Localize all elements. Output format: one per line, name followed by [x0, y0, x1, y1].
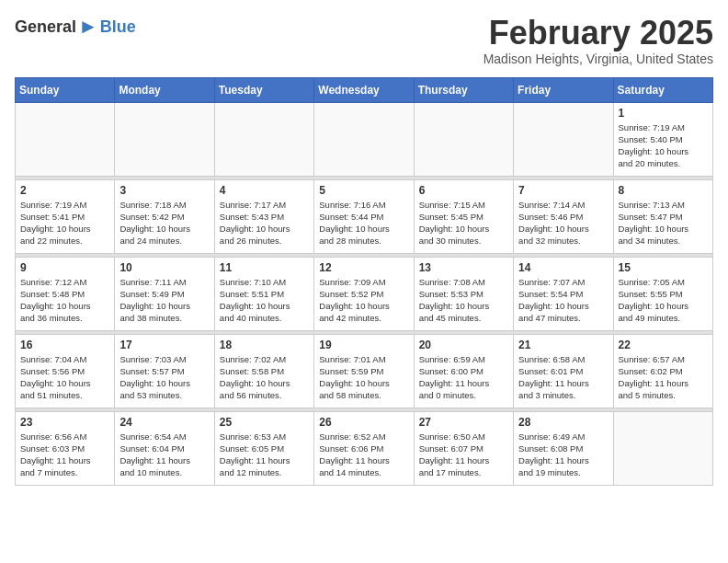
day-info: Sunrise: 7:08 AM Sunset: 5:53 PM Dayligh…	[419, 276, 508, 325]
calendar-cell: 15Sunrise: 7:05 AM Sunset: 5:55 PM Dayli…	[613, 257, 712, 330]
day-number: 3	[119, 184, 209, 197]
day-info: Sunrise: 7:10 AM Sunset: 5:51 PM Dayligh…	[220, 276, 309, 325]
month-year-title: February 2025	[483, 15, 713, 52]
day-info: Sunrise: 6:59 AM Sunset: 6:00 PM Dayligh…	[419, 353, 508, 402]
calendar-cell: 25Sunrise: 6:53 AM Sunset: 6:05 PM Dayli…	[214, 411, 313, 485]
calendar-cell: 3Sunrise: 7:18 AM Sunset: 5:42 PM Daylig…	[115, 179, 214, 253]
logo-general-text: General	[15, 17, 76, 37]
calendar-cell: 13Sunrise: 7:08 AM Sunset: 5:53 PM Dayli…	[414, 257, 513, 330]
day-info: Sunrise: 6:50 AM Sunset: 6:07 PM Dayligh…	[419, 431, 508, 479]
col-wednesday: Wednesday	[314, 77, 414, 102]
day-info: Sunrise: 7:15 AM Sunset: 5:45 PM Dayligh…	[419, 199, 508, 247]
logo: General ► Blue	[15, 15, 136, 39]
day-info: Sunrise: 7:18 AM Sunset: 5:42 PM Dayligh…	[119, 199, 209, 247]
calendar-cell: 11Sunrise: 7:10 AM Sunset: 5:51 PM Dayli…	[214, 257, 313, 330]
day-number: 2	[20, 184, 109, 197]
calendar-cell	[514, 102, 613, 176]
day-number: 21	[518, 339, 608, 351]
calendar-cell: 17Sunrise: 7:03 AM Sunset: 5:57 PM Dayli…	[115, 334, 214, 408]
day-number: 27	[419, 416, 508, 429]
day-info: Sunrise: 7:07 AM Sunset: 5:54 PM Dayligh…	[518, 276, 608, 325]
day-number: 20	[419, 339, 508, 351]
day-number: 19	[319, 339, 408, 351]
day-number: 24	[119, 416, 209, 429]
calendar-cell: 9Sunrise: 7:12 AM Sunset: 5:48 PM Daylig…	[16, 257, 115, 330]
calendar-cell: 26Sunrise: 6:52 AM Sunset: 6:06 PM Dayli…	[314, 411, 414, 485]
day-info: Sunrise: 7:14 AM Sunset: 5:46 PM Dayligh…	[518, 199, 608, 247]
page-header: General ► Blue February 2025 Madison Hei…	[15, 15, 713, 66]
col-thursday: Thursday	[414, 77, 513, 102]
day-number: 8	[619, 184, 708, 197]
day-number: 28	[518, 416, 608, 429]
day-number: 25	[220, 416, 309, 429]
day-number: 15	[619, 261, 708, 274]
calendar-cell	[613, 411, 712, 485]
calendar-cell: 27Sunrise: 6:50 AM Sunset: 6:07 PM Dayli…	[414, 411, 513, 485]
calendar-cell: 28Sunrise: 6:49 AM Sunset: 6:08 PM Dayli…	[514, 411, 613, 485]
calendar-cell	[414, 102, 513, 176]
calendar-week-row: 23Sunrise: 6:56 AM Sunset: 6:03 PM Dayli…	[16, 411, 713, 485]
day-number: 5	[319, 184, 408, 197]
col-saturday: Saturday	[613, 77, 712, 102]
day-info: Sunrise: 6:57 AM Sunset: 6:02 PM Dayligh…	[619, 353, 708, 402]
calendar-cell: 19Sunrise: 7:01 AM Sunset: 5:59 PM Dayli…	[314, 334, 414, 408]
day-number: 23	[20, 416, 109, 429]
day-number: 4	[220, 184, 309, 197]
day-info: Sunrise: 7:09 AM Sunset: 5:52 PM Dayligh…	[319, 276, 408, 325]
calendar-cell	[214, 102, 313, 176]
calendar-table: Sunday Monday Tuesday Wednesday Thursday…	[15, 77, 713, 486]
logo-blue-text: Blue	[100, 17, 136, 37]
day-number: 12	[319, 261, 408, 274]
day-info: Sunrise: 7:16 AM Sunset: 5:44 PM Dayligh…	[319, 199, 408, 247]
day-info: Sunrise: 6:49 AM Sunset: 6:08 PM Dayligh…	[518, 431, 608, 479]
col-friday: Friday	[514, 77, 613, 102]
logo-bird-icon: ►	[78, 15, 98, 39]
calendar-cell: 18Sunrise: 7:02 AM Sunset: 5:58 PM Dayli…	[214, 334, 313, 408]
calendar-week-row: 2Sunrise: 7:19 AM Sunset: 5:41 PM Daylig…	[16, 179, 713, 253]
day-info: Sunrise: 7:13 AM Sunset: 5:47 PM Dayligh…	[619, 199, 708, 247]
calendar-week-row: 1Sunrise: 7:19 AM Sunset: 5:40 PM Daylig…	[16, 102, 713, 176]
calendar-week-row: 16Sunrise: 7:04 AM Sunset: 5:56 PM Dayli…	[16, 334, 713, 408]
day-info: Sunrise: 7:12 AM Sunset: 5:48 PM Dayligh…	[20, 276, 109, 325]
day-number: 13	[419, 261, 508, 274]
day-info: Sunrise: 6:56 AM Sunset: 6:03 PM Dayligh…	[20, 431, 109, 479]
calendar-cell: 8Sunrise: 7:13 AM Sunset: 5:47 PM Daylig…	[613, 179, 712, 253]
day-info: Sunrise: 6:53 AM Sunset: 6:05 PM Dayligh…	[220, 431, 309, 479]
day-number: 16	[20, 339, 109, 351]
location-subtitle: Madison Heights, Virginia, United States	[483, 52, 713, 66]
day-number: 26	[319, 416, 408, 429]
day-number: 22	[619, 339, 708, 351]
calendar-cell	[115, 102, 214, 176]
calendar-cell: 23Sunrise: 6:56 AM Sunset: 6:03 PM Dayli…	[16, 411, 115, 485]
calendar-cell	[314, 102, 414, 176]
day-number: 18	[220, 339, 309, 351]
day-number: 9	[20, 261, 109, 274]
calendar-header-row: Sunday Monday Tuesday Wednesday Thursday…	[16, 77, 713, 102]
day-number: 7	[518, 184, 608, 197]
calendar-cell: 12Sunrise: 7:09 AM Sunset: 5:52 PM Dayli…	[314, 257, 414, 330]
calendar-cell	[16, 102, 115, 176]
day-info: Sunrise: 7:19 AM Sunset: 5:41 PM Dayligh…	[20, 199, 109, 247]
day-info: Sunrise: 7:01 AM Sunset: 5:59 PM Dayligh…	[319, 353, 408, 402]
calendar-cell: 6Sunrise: 7:15 AM Sunset: 5:45 PM Daylig…	[414, 179, 513, 253]
day-number: 14	[518, 261, 608, 274]
calendar-cell: 14Sunrise: 7:07 AM Sunset: 5:54 PM Dayli…	[514, 257, 613, 330]
calendar-cell: 2Sunrise: 7:19 AM Sunset: 5:41 PM Daylig…	[16, 179, 115, 253]
col-sunday: Sunday	[16, 77, 115, 102]
day-info: Sunrise: 7:04 AM Sunset: 5:56 PM Dayligh…	[20, 353, 109, 402]
calendar-cell: 7Sunrise: 7:14 AM Sunset: 5:46 PM Daylig…	[514, 179, 613, 253]
calendar-cell: 4Sunrise: 7:17 AM Sunset: 5:43 PM Daylig…	[214, 179, 313, 253]
day-info: Sunrise: 7:11 AM Sunset: 5:49 PM Dayligh…	[119, 276, 209, 325]
calendar-cell: 20Sunrise: 6:59 AM Sunset: 6:00 PM Dayli…	[414, 334, 513, 408]
calendar-cell: 24Sunrise: 6:54 AM Sunset: 6:04 PM Dayli…	[115, 411, 214, 485]
calendar-week-row: 9Sunrise: 7:12 AM Sunset: 5:48 PM Daylig…	[16, 257, 713, 330]
day-number: 17	[119, 339, 209, 351]
calendar-cell: 16Sunrise: 7:04 AM Sunset: 5:56 PM Dayli…	[16, 334, 115, 408]
day-info: Sunrise: 7:03 AM Sunset: 5:57 PM Dayligh…	[119, 353, 209, 402]
day-info: Sunrise: 6:58 AM Sunset: 6:01 PM Dayligh…	[518, 353, 608, 402]
day-info: Sunrise: 7:19 AM Sunset: 5:40 PM Dayligh…	[619, 121, 708, 170]
title-block: February 2025 Madison Heights, Virginia,…	[483, 15, 713, 66]
day-number: 1	[619, 107, 708, 120]
col-tuesday: Tuesday	[214, 77, 313, 102]
calendar-cell: 10Sunrise: 7:11 AM Sunset: 5:49 PM Dayli…	[115, 257, 214, 330]
